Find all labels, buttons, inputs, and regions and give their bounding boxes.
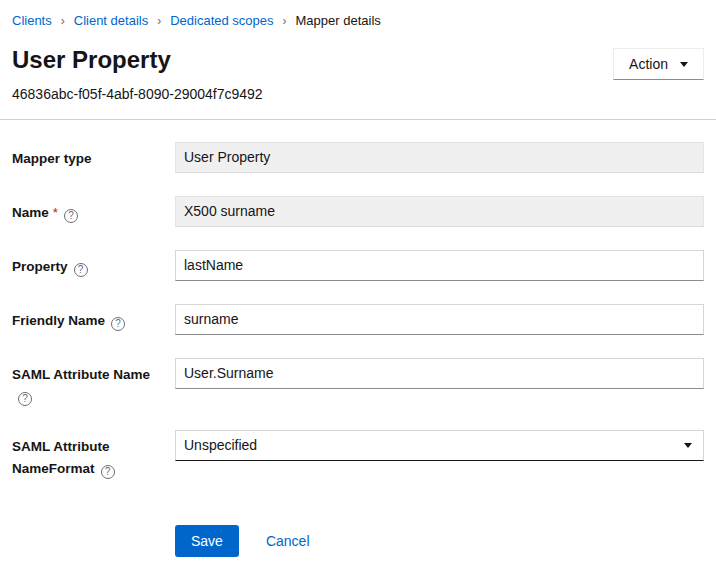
cancel-link[interactable]: Cancel: [266, 533, 310, 549]
friendly-name-input[interactable]: [175, 304, 704, 335]
saml-nameformat-value: Unspecified: [175, 430, 704, 461]
breadcrumb-separator-icon: ›: [61, 15, 65, 27]
help-icon[interactable]: ?: [74, 263, 88, 277]
title-block: User Property 46836abc-f05f-4abf-8090-29…: [12, 46, 263, 102]
required-indicator: *: [53, 205, 58, 220]
mapper-type-label-text: Mapper type: [12, 151, 92, 166]
saml-attribute-name-label: SAML Attribute Name?: [12, 358, 175, 407]
breadcrumb-client-details[interactable]: Client details: [74, 14, 148, 27]
mapper-form: Mapper type Name*? Property? Fri: [12, 142, 704, 557]
property-label-text: Property: [12, 259, 68, 274]
caret-down-icon: [680, 62, 688, 67]
saml-attribute-name-value: [175, 358, 704, 389]
form-row-name: Name*?: [12, 196, 704, 227]
header-divider: [0, 119, 716, 120]
saml-nameformat-label: SAML Attribute NameFormat?: [12, 430, 175, 479]
mapper-type-label: Mapper type: [12, 142, 175, 170]
saml-attribute-name-input[interactable]: [175, 358, 704, 389]
mapper-id: 46836abc-f05f-4abf-8090-29004f7c9492: [12, 86, 263, 102]
page-header: User Property 46836abc-f05f-4abf-8090-29…: [12, 46, 704, 102]
friendly-name-label-text: Friendly Name: [12, 313, 105, 328]
breadcrumb-separator-icon: ›: [283, 15, 287, 27]
name-input[interactable]: [175, 196, 704, 227]
form-row-friendly-name: Friendly Name?: [12, 304, 704, 335]
breadcrumb-mapper-details: Mapper details: [296, 14, 381, 27]
form-row-saml-attribute-name: SAML Attribute Name?: [12, 358, 704, 407]
form-row-mapper-type: Mapper type: [12, 142, 704, 173]
name-value: [175, 196, 704, 227]
page-title: User Property: [12, 46, 263, 75]
caret-down-icon: [684, 443, 692, 448]
help-icon[interactable]: ?: [101, 465, 115, 479]
property-label: Property?: [12, 250, 175, 278]
friendly-name-value: [175, 304, 704, 335]
saml-attribute-name-label-text: SAML Attribute Name: [12, 367, 150, 382]
saml-nameformat-selected-option: Unspecified: [184, 437, 257, 453]
saml-nameformat-label-text: SAML Attribute NameFormat: [12, 439, 110, 476]
mapper-type-value: [175, 142, 704, 173]
mapper-type-input[interactable]: [175, 142, 704, 173]
saml-nameformat-select[interactable]: Unspecified: [175, 430, 704, 461]
mapper-details-page: Clients › Client details › Dedicated sco…: [0, 0, 716, 578]
form-actions: Save Cancel: [175, 525, 704, 557]
property-input[interactable]: [175, 250, 704, 281]
form-row-property: Property?: [12, 250, 704, 281]
name-label-text: Name: [12, 205, 49, 220]
help-icon[interactable]: ?: [18, 392, 32, 406]
property-value: [175, 250, 704, 281]
form-row-saml-nameformat: SAML Attribute NameFormat? Unspecified: [12, 430, 704, 479]
action-dropdown-label: Action: [629, 56, 668, 72]
breadcrumb-clients[interactable]: Clients: [12, 14, 52, 27]
breadcrumb-separator-icon: ›: [157, 15, 161, 27]
help-icon[interactable]: ?: [64, 209, 78, 223]
save-button[interactable]: Save: [175, 525, 239, 557]
friendly-name-label: Friendly Name?: [12, 304, 175, 332]
breadcrumb-dedicated-scopes[interactable]: Dedicated scopes: [170, 14, 273, 27]
action-dropdown-button[interactable]: Action: [613, 48, 704, 80]
help-icon[interactable]: ?: [111, 317, 125, 331]
breadcrumb: Clients › Client details › Dedicated sco…: [12, 14, 704, 27]
name-label: Name*?: [12, 196, 175, 224]
